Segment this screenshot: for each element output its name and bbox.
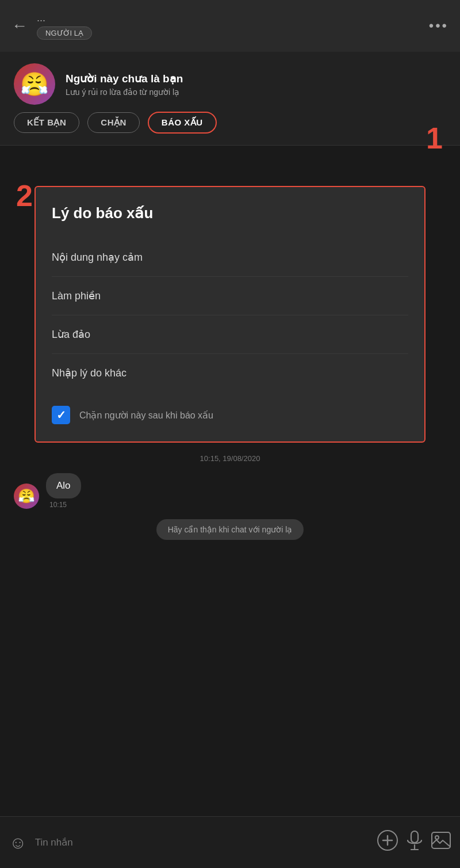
reason-item-scam[interactable]: Lừa đảo [52, 315, 408, 354]
reason-item-sensitive[interactable]: Nội dung nhạy cảm [52, 238, 408, 277]
svg-point-7 [435, 836, 439, 839]
message-input[interactable] [35, 837, 369, 848]
chat-area: 10:15, 19/08/2020 😤 Alo 10:15 Hãy cẩn th… [0, 443, 460, 551]
emoji-icon[interactable]: ☺ [9, 833, 27, 852]
step-number-1: 1 [426, 121, 443, 155]
mic-icon[interactable] [406, 831, 423, 854]
report-dialog: Lý do báo xấu Nội dung nhạy cảm Làm phiề… [34, 186, 425, 443]
profile-banner: 😤 Người này chưa là bạn Lưu ý rủi ro lừa… [0, 52, 460, 146]
block-after-report-row: Chặn người này sau khi báo xấu [52, 406, 408, 424]
system-message: Hãy cẩn thận khi chat với người lạ [156, 519, 304, 540]
reason-list: Nội dung nhạy cảm Làm phiền Lừa đảo Nhập… [52, 238, 408, 392]
header-left: ← ... NGƯỜI LẠ [12, 12, 92, 40]
more-options-button[interactable]: ••• [429, 18, 448, 34]
profile-row: 😤 Người này chưa là bạn Lưu ý rủi ro lừa… [14, 63, 446, 105]
profile-warning: Lưu ý rủi ro lừa đảo từ người lạ [66, 87, 183, 97]
header: ← ... NGƯỜI LẠ ••• [0, 0, 460, 52]
action-buttons: KẾT BẠN CHẶN BÁO XẤU [14, 112, 446, 134]
message-bubble: Alo [46, 473, 81, 498]
profile-name: Người này chưa là bạn [66, 72, 183, 85]
reason-item-other[interactable]: Nhập lý do khác [52, 354, 408, 392]
svg-rect-6 [432, 832, 450, 848]
system-message-wrapper: Hãy cẩn thận khi chat với người lạ [14, 519, 446, 540]
profile-info: Người này chưa là bạn Lưu ý rủi ro lừa đ… [66, 72, 183, 97]
add-friend-button[interactable]: KẾT BẠN [14, 112, 79, 133]
chat-timestamp: 10:15, 19/08/2020 [14, 454, 446, 463]
header-username: ... [37, 12, 92, 24]
step-number-2: 2 [16, 178, 33, 213]
reason-item-annoy[interactable]: Làm phiền [52, 277, 408, 315]
block-after-report-label: Chặn người này sau khi báo xấu [79, 410, 213, 421]
bottom-bar: ☺ [0, 816, 460, 868]
image-icon[interactable] [431, 832, 451, 853]
message-row-other: 😤 Alo 10:15 [14, 473, 446, 509]
sender-avatar: 😤 [14, 484, 39, 509]
stranger-badge: NGƯỜI LẠ [37, 26, 92, 40]
block-after-report-checkbox[interactable] [52, 406, 70, 424]
message-time: 10:15 [46, 501, 81, 509]
svg-rect-3 [411, 831, 418, 843]
message-bubble-wrapper: Alo 10:15 [46, 473, 81, 509]
block-button[interactable]: CHẶN [87, 112, 140, 133]
avatar: 😤 [14, 63, 55, 105]
header-name-area: ... NGƯỜI LẠ [37, 12, 92, 40]
back-button[interactable]: ← [12, 17, 28, 35]
add-button[interactable] [377, 830, 398, 855]
dialog-title: Lý do báo xấu [52, 204, 408, 222]
report-button[interactable]: BÁO XẤU [148, 112, 217, 134]
